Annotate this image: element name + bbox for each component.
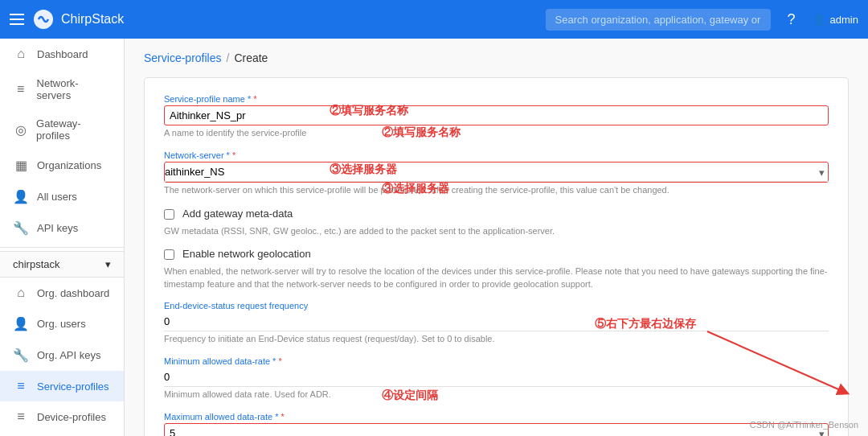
admin-label: admin [830,14,858,26]
logo-icon [32,8,55,31]
add-gateway-meta-checkbox[interactable] [164,209,174,220]
sidebar-item-org-api-keys[interactable]: 🔧 Org. API keys [0,339,124,371]
gateway-icon: ◎ [13,122,28,138]
org-dash-icon: ⌂ [13,286,29,300]
min-dr-field: Minimum allowed data-rate * Minimum allo… [164,356,829,399]
users-icon: 👤 [13,189,29,204]
sidebar-label-network-servers: Network-servers [37,77,111,101]
min-dr-input-wrapper [164,368,829,387]
breadcrumb-link[interactable]: Service-profiles [144,51,221,64]
org-selector[interactable]: chirpstack ▾ [0,251,124,278]
min-dr-helper: Minimum allowed data rate. Used for ADR. [164,389,829,399]
sidebar-item-all-users[interactable]: 👤 All users [0,181,124,212]
max-dr-select[interactable]: 5 [165,424,828,437]
sidebar-divider [0,247,124,248]
network-server-label: Network-server * [164,150,829,160]
org-icon: ▦ [13,158,29,173]
admin-menu[interactable]: 👤 admin [813,14,858,26]
device-status-freq-input[interactable] [164,312,829,331]
sidebar-label-api-keys: API keys [37,222,78,234]
max-dr-field: Maximum allowed data-rate * 5 Maximum al… [164,412,829,437]
sidebar-item-api-keys[interactable]: 🔧 API keys [0,212,124,244]
enable-geolocation-label: Enable network geolocation [182,248,311,260]
help-icon[interactable]: ? [780,11,803,28]
home-icon: ⌂ [13,47,29,61]
max-dr-label: Maximum allowed data-rate * [164,412,829,422]
sidebar-label-gateway-profiles: Gateway-profiles [36,117,111,142]
network-server-select-wrapper: aithinker_NS [164,162,829,183]
logo: ChirpStack [32,8,124,31]
menu-icon[interactable] [10,14,24,25]
network-icon: ≡ [13,82,29,97]
sidebar-item-org-users[interactable]: 👤 Org. users [0,308,124,339]
sidebar-item-network-servers[interactable]: ≡ Network-servers [0,69,124,109]
breadcrumb-current: Create [234,51,268,64]
sidebar-label-organizations: Organizations [37,159,101,171]
add-gateway-meta-field: Add gateway meta-data [164,208,829,220]
device-status-freq-label: End-device-status request frequency [164,301,829,311]
top-navbar: ChirpStack ? 👤 admin [0,0,868,39]
network-server-select[interactable]: aithinker_NS [165,162,828,182]
sidebar-label-org-users: Org. users [37,318,86,330]
sidebar-label-org-api-keys: Org. API keys [37,349,100,361]
sidebar-label-dashboard: Dashboard [37,48,88,60]
key-icon: 🔧 [13,220,29,236]
service-profile-name-input[interactable] [164,105,829,125]
sidebar-item-gateways[interactable]: ◎ Gateways [0,432,124,436]
service-profile-name-helper: A name to identify the service-profile [164,128,829,138]
device-status-freq-helper: Frequency to initiate an End-Device stat… [164,334,829,343]
footer: CSDN @AiThinker_Benson [750,420,858,430]
min-dr-input[interactable] [164,368,829,386]
breadcrumb-separator: / [226,51,229,64]
main-layout: ⌂ Dashboard ≡ Network-servers ◎ Gateway-… [0,39,868,436]
sidebar-label-device-profiles: Device-profiles [37,411,106,423]
min-dr-label: Minimum allowed data-rate * [164,356,829,366]
org-name: chirpstack [13,258,60,270]
sidebar: ⌂ Dashboard ≡ Network-servers ◎ Gateway-… [0,39,125,436]
sidebar-label-all-users: All users [37,191,77,203]
device-status-freq-input-wrapper [164,312,829,331]
breadcrumb: Service-profiles / Create [144,51,849,64]
global-search[interactable] [546,9,771,31]
enable-geolocation-field: Enable network geolocation [164,248,829,260]
service-profile-name-field: Service-profile name * A name to identif… [164,94,829,138]
sidebar-label-org-dashboard: Org. dashboard [37,287,109,299]
navbar-left: ChirpStack [10,8,124,31]
navbar-right: ? 👤 admin [546,9,858,31]
enable-geolocation-checkbox[interactable] [164,249,174,260]
sidebar-item-organizations[interactable]: ▦ Organizations [0,150,124,181]
sidebar-item-service-profiles[interactable]: ≡ Service-profiles [0,371,124,401]
device-status-freq-field: End-device-status request frequency Freq… [164,301,829,343]
sidebar-item-gateway-profiles[interactable]: ◎ Gateway-profiles [0,109,124,150]
admin-icon: 👤 [813,14,825,26]
org-key-icon: 🔧 [13,348,29,363]
enable-geolocation-desc: When enabled, the network-server will tr… [164,265,829,291]
max-dr-select-wrapper: 5 [164,423,829,437]
device-profiles-icon: ≡ [13,409,29,424]
main-content: Service-profiles / Create Service-profil… [125,39,868,436]
logo-text: ChirpStack [61,12,124,27]
form-card: Service-profile name * A name to identif… [144,77,849,436]
service-profiles-icon: ≡ [13,379,29,393]
org-dropdown-icon: ▾ [105,258,111,270]
org-users-icon: 👤 [13,316,29,331]
sidebar-label-service-profiles: Service-profiles [37,380,109,393]
sidebar-item-org-dashboard[interactable]: ⌂ Org. dashboard [0,278,124,308]
network-server-helper: The network-server on which this service… [164,185,829,195]
network-server-field: Network-server * aithinker_NS The networ… [164,150,829,195]
sidebar-item-device-profiles[interactable]: ≡ Device-profiles [0,401,124,432]
add-gateway-meta-desc: GW metadata (RSSI, SNR, GW geoloc., etc.… [164,224,829,238]
add-gateway-meta-label: Add gateway meta-data [182,208,293,220]
sidebar-item-dashboard[interactable]: ⌂ Dashboard [0,39,124,69]
service-profile-name-label: Service-profile name * [164,94,829,104]
